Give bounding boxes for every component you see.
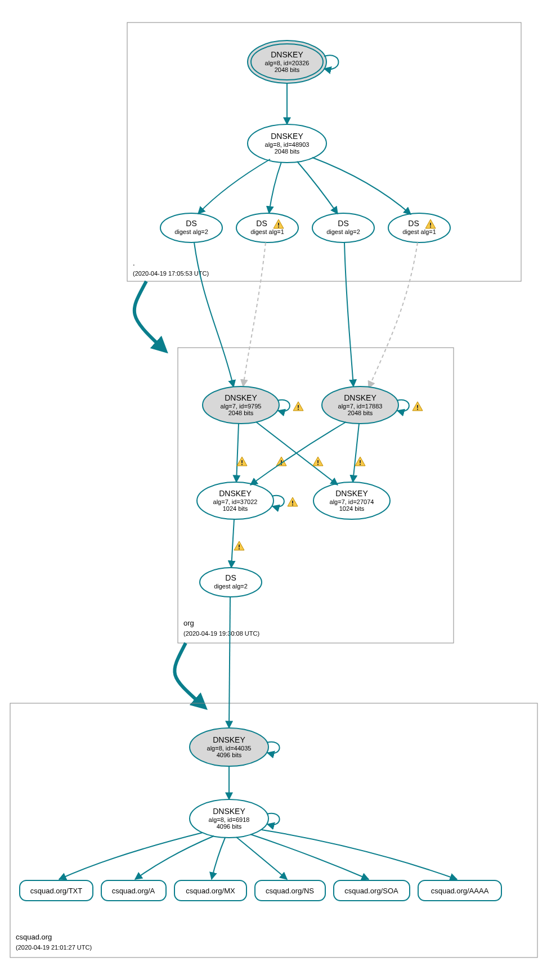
svg-text:alg=7, id=17883: alg=7, id=17883 xyxy=(338,403,383,410)
node-root-ds1: DS digest alg=2 xyxy=(160,213,222,242)
warning-icon xyxy=(237,457,247,466)
zone-csquad-time: (2020-04-19 21:01:27 UTC) xyxy=(16,944,92,951)
svg-text:DNSKEY: DNSKEY xyxy=(271,50,303,59)
svg-text:alg=7, id=27074: alg=7, id=27074 xyxy=(330,498,374,505)
node-org-ds: DS digest alg=2 xyxy=(200,568,262,597)
edge xyxy=(262,830,457,879)
edge xyxy=(231,519,234,568)
node-csquad-ksk: DNSKEY alg=8, id=44035 4096 bits xyxy=(190,728,280,766)
rrset-soa: csquad.org/SOA xyxy=(334,880,410,901)
svg-text:csquad.org/MX: csquad.org/MX xyxy=(186,887,235,895)
svg-text:DNSKEY: DNSKEY xyxy=(344,393,376,402)
zone-root: . (2020-04-19 17:05:53 UTC) DNSKEY alg=8… xyxy=(127,23,521,281)
svg-text:digest alg=1: digest alg=1 xyxy=(402,228,436,235)
warning-icon xyxy=(413,402,423,411)
edge-dashed xyxy=(369,242,418,388)
edge xyxy=(229,597,230,728)
rrset-ns: csquad.org/NS xyxy=(255,880,325,901)
svg-point-21 xyxy=(388,213,450,242)
svg-text:alg=7, id=37022: alg=7, id=37022 xyxy=(213,498,258,505)
edge xyxy=(312,158,411,214)
svg-text:csquad.org/NS: csquad.org/NS xyxy=(266,887,314,895)
svg-text:csquad.org/TXT: csquad.org/TXT xyxy=(30,887,83,895)
svg-text:DNSKEY: DNSKEY xyxy=(213,807,245,816)
warning-icon xyxy=(355,457,365,466)
node-org-zsk2: DNSKEY alg=7, id=27074 1024 bits xyxy=(313,482,390,519)
edge xyxy=(256,422,338,485)
svg-text:1024 bits: 1024 bits xyxy=(339,505,365,512)
svg-text:digest alg=2: digest alg=2 xyxy=(214,583,248,590)
node-org-ksk1: DNSKEY alg=7, id=9795 2048 bits xyxy=(203,386,303,424)
svg-point-41 xyxy=(200,568,262,597)
svg-text:DNSKEY: DNSKEY xyxy=(213,735,245,744)
warning-icon xyxy=(234,541,244,550)
svg-text:alg=8, id=20326: alg=8, id=20326 xyxy=(265,60,310,66)
zone-org-name: org xyxy=(183,619,194,627)
zone-root-time: (2020-04-19 17:05:53 UTC) xyxy=(133,270,209,277)
svg-text:4096 bits: 4096 bits xyxy=(217,823,242,830)
svg-point-18 xyxy=(312,213,374,242)
edge xyxy=(297,161,338,214)
zone-org: org (2020-04-19 19:30:08 UTC) DNSKEY alg… xyxy=(178,242,454,643)
svg-text:csquad.org/SOA: csquad.org/SOA xyxy=(344,887,398,895)
edge xyxy=(250,422,346,485)
svg-text:DNSKEY: DNSKEY xyxy=(225,393,257,402)
node-root-ds3: DS digest alg=2 xyxy=(312,213,374,242)
node-csquad-zsk: DNSKEY alg=8, id=6918 4096 bits xyxy=(190,799,280,838)
edge xyxy=(135,836,214,879)
zone-csquad-name: csquad.org xyxy=(16,933,52,941)
svg-text:digest alg=1: digest alg=1 xyxy=(250,228,284,235)
svg-text:DS: DS xyxy=(225,573,236,582)
rrset-txt: csquad.org/TXT xyxy=(20,880,93,901)
node-org-ksk2: DNSKEY alg=7, id=17883 2048 bits xyxy=(322,386,423,424)
node-root-ksk: DNSKEY alg=8, id=20326 2048 bits xyxy=(248,41,339,83)
svg-text:alg=7, id=9795: alg=7, id=9795 xyxy=(221,403,262,410)
warning-icon xyxy=(293,402,303,411)
edge xyxy=(194,242,234,387)
svg-text:2048 bits: 2048 bits xyxy=(275,148,300,155)
node-root-ds4: DS digest alg=1 xyxy=(388,213,450,242)
svg-text:alg=8, id=44035: alg=8, id=44035 xyxy=(207,745,252,752)
zone-root-name: . xyxy=(133,259,135,267)
svg-text:2048 bits: 2048 bits xyxy=(348,410,373,416)
warning-icon xyxy=(288,497,298,506)
svg-point-15 xyxy=(236,213,298,242)
node-root-ds2: DS digest alg=1 xyxy=(236,213,298,242)
zone-csquad: csquad.org (2020-04-19 21:01:27 UTC) DNS… xyxy=(10,597,537,957)
svg-text:DNSKEY: DNSKEY xyxy=(219,489,252,498)
edge xyxy=(344,242,353,386)
edge xyxy=(236,837,287,879)
rrset-a: csquad.org/A xyxy=(101,880,166,901)
svg-text:DNSKEY: DNSKEY xyxy=(271,132,303,141)
delegation-edge xyxy=(134,281,163,349)
svg-text:digest alg=2: digest alg=2 xyxy=(174,228,208,235)
svg-text:4096 bits: 4096 bits xyxy=(217,752,242,758)
node-root-zsk: DNSKEY alg=8, id=48903 2048 bits xyxy=(248,124,326,163)
zone-org-time: (2020-04-19 19:30:08 UTC) xyxy=(183,630,259,637)
svg-text:1024 bits: 1024 bits xyxy=(223,505,248,512)
edge xyxy=(236,424,239,482)
svg-text:2048 bits: 2048 bits xyxy=(275,66,300,73)
edge xyxy=(269,162,281,213)
rrset-aaaa: csquad.org/AAAA xyxy=(418,880,501,901)
svg-text:DS: DS xyxy=(338,219,348,228)
svg-text:DNSKEY: DNSKEY xyxy=(335,489,368,498)
delegation-edge xyxy=(174,643,203,705)
svg-text:csquad.org/AAAA: csquad.org/AAAA xyxy=(431,887,489,895)
warning-icon xyxy=(313,457,323,466)
node-org-zsk1: DNSKEY alg=7, id=37022 1024 bits xyxy=(197,482,298,519)
svg-text:alg=8, id=48903: alg=8, id=48903 xyxy=(265,141,310,148)
svg-text:DS: DS xyxy=(186,219,196,228)
svg-text:csquad.org/A: csquad.org/A xyxy=(112,887,155,895)
edge xyxy=(198,159,270,214)
edge xyxy=(59,833,203,879)
edge xyxy=(353,424,359,482)
svg-text:DS: DS xyxy=(256,219,267,228)
svg-text:alg=8, id=6918: alg=8, id=6918 xyxy=(209,816,250,823)
rrset-mx: csquad.org/MX xyxy=(174,880,246,901)
edge-dashed xyxy=(243,242,266,386)
svg-text:2048 bits: 2048 bits xyxy=(228,410,254,416)
svg-text:digest alg=2: digest alg=2 xyxy=(326,228,360,235)
svg-text:DS: DS xyxy=(408,219,419,228)
svg-point-12 xyxy=(160,213,222,242)
